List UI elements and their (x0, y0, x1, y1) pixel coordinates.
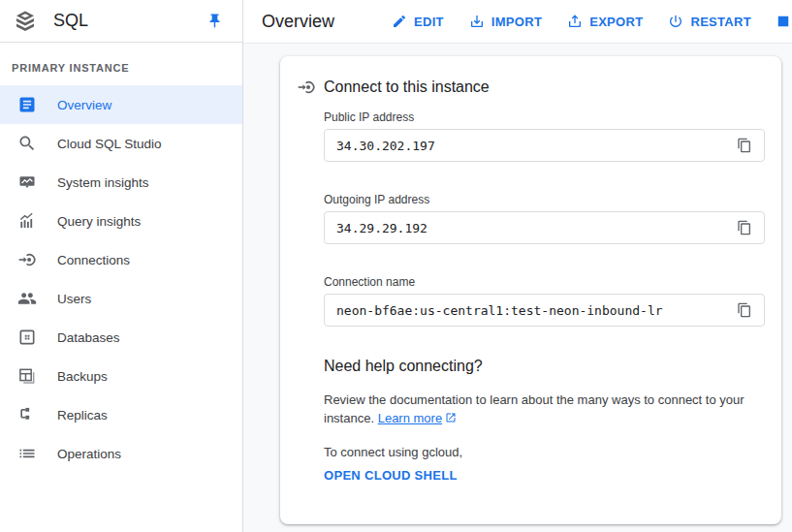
public-ip-value: 34.30.202.197 (336, 139, 733, 153)
connection-name-box: neon-bf6ae:us-central1:test-neon-inbound… (324, 294, 765, 327)
external-link-icon (442, 411, 457, 425)
query-insights-icon (17, 211, 37, 231)
connections-icon (17, 250, 37, 269)
document-icon (17, 95, 37, 114)
connection-name-value: neon-bf6ae:us-central1:test-neon-inbound… (336, 303, 733, 318)
copy-button[interactable] (733, 298, 756, 322)
pushpin-icon (206, 13, 223, 29)
page-title: Overview (262, 12, 334, 32)
users-icon (17, 289, 37, 308)
backups-icon (17, 366, 37, 386)
import-button-label: IMPORT (491, 15, 542, 29)
outgoing-ip-value: 34.29.29.192 (336, 221, 733, 235)
field-label: Public IP address (324, 110, 765, 124)
sidebar-item-label: Cloud SQL Studio (57, 137, 162, 151)
sidebar-item-label: Overview (57, 98, 111, 112)
sidebar-item-databases[interactable]: Databases (0, 318, 242, 357)
copy-button[interactable] (733, 216, 756, 239)
open-cloud-shell-link[interactable]: OPEN CLOUD SHELL (324, 468, 458, 483)
export-button[interactable]: EXPORT (567, 14, 643, 29)
sidebar-item-replicas[interactable]: Replicas (0, 395, 242, 434)
import-icon (469, 14, 485, 29)
restart-button-label: RESTART (690, 15, 751, 29)
field-label: Connection name (324, 275, 765, 289)
connect-card: Connect to this instance Public IP addre… (280, 56, 781, 524)
edit-button[interactable]: EDIT (392, 14, 444, 29)
sidebar-item-users[interactable]: Users (0, 279, 242, 318)
sidebar-item-backups[interactable]: Backups (0, 357, 242, 395)
sidebar-item-overview[interactable]: Overview (0, 85, 242, 124)
copy-icon (737, 302, 752, 318)
pencil-icon (392, 14, 407, 29)
sidebar-item-label: Query insights (57, 214, 141, 229)
sidebar-item-label: Users (57, 292, 91, 306)
export-icon (567, 14, 583, 29)
public-ip-box: 34.30.202.197 (324, 129, 765, 162)
pin-button[interactable] (206, 13, 223, 30)
sidebar-item-label: Backups (57, 369, 108, 384)
copy-icon (737, 138, 752, 153)
import-button[interactable]: IMPORT (469, 14, 542, 29)
sidebar-item-connections[interactable]: Connections (0, 240, 242, 279)
content-area: Connect to this instance Public IP addre… (243, 44, 792, 532)
stop-button[interactable] (776, 15, 790, 28)
sidebar-header: SQL (0, 0, 242, 43)
toolbar-actions: EDIT IMPORT EXPORT RESTART (392, 0, 790, 43)
sidebar-item-cloud-sql-studio[interactable]: Cloud SQL Studio (0, 124, 242, 163)
stop-icon (776, 15, 790, 28)
sidebar-item-label: Databases (57, 330, 120, 345)
restart-icon (668, 14, 683, 29)
databases-icon (17, 328, 37, 347)
sidebar-item-label: Replicas (57, 408, 108, 422)
cloud-sql-logo-icon (14, 10, 37, 33)
sidebar-item-label: Connections (57, 253, 130, 267)
field-label: Outgoing IP address (324, 193, 765, 206)
sidebar-item-system-insights[interactable]: System insights (0, 163, 242, 202)
sidebar-item-operations[interactable]: Operations (0, 434, 242, 473)
outgoing-ip-box: 34.29.29.192 (324, 211, 765, 244)
sidebar-item-query-insights[interactable]: Query insights (0, 202, 242, 240)
learn-more-link[interactable]: Learn more (378, 411, 442, 425)
system-insights-icon (17, 172, 37, 192)
sidebar-item-label: System insights (57, 175, 149, 190)
section-label: PRIMARY INSTANCE (0, 43, 242, 85)
outgoing-ip-field: Outgoing IP address 34.29.29.192 (324, 193, 765, 244)
copy-button[interactable] (733, 134, 756, 157)
connect-card-body: Public IP address 34.30.202.197 Outgoing… (324, 110, 765, 484)
search-icon (17, 134, 37, 153)
restart-button[interactable]: RESTART (668, 14, 751, 29)
help-title: Need help connecting? (324, 358, 765, 375)
product-title: SQL (53, 11, 206, 31)
card-title: Connect to this instance (324, 78, 490, 96)
copy-icon (737, 220, 752, 235)
sidebar-item-label: Operations (57, 447, 121, 461)
sidebar-nav: Overview Cloud SQL Studio System insight… (0, 85, 242, 473)
sidebar: SQL PRIMARY INSTANCE Overview Cloud SQL … (0, 0, 243, 532)
main-area: Overview EDIT IMPORT EXPORT RESTART (243, 0, 792, 532)
toolbar: Overview EDIT IMPORT EXPORT RESTART (243, 0, 792, 44)
operations-icon (17, 444, 37, 463)
replicas-icon (17, 405, 37, 424)
public-ip-field: Public IP address 34.30.202.197 (324, 110, 765, 162)
connection-name-field: Connection name neon-bf6ae:us-central1:t… (324, 275, 765, 327)
export-button-label: EXPORT (589, 15, 643, 29)
edit-button-label: EDIT (414, 15, 444, 29)
help-body: Review the documentation to learn about … (324, 391, 779, 427)
connections-icon (297, 78, 316, 97)
connect-card-header: Connect to this instance (297, 78, 765, 97)
gcloud-line: To connect using gcloud, (324, 445, 765, 459)
